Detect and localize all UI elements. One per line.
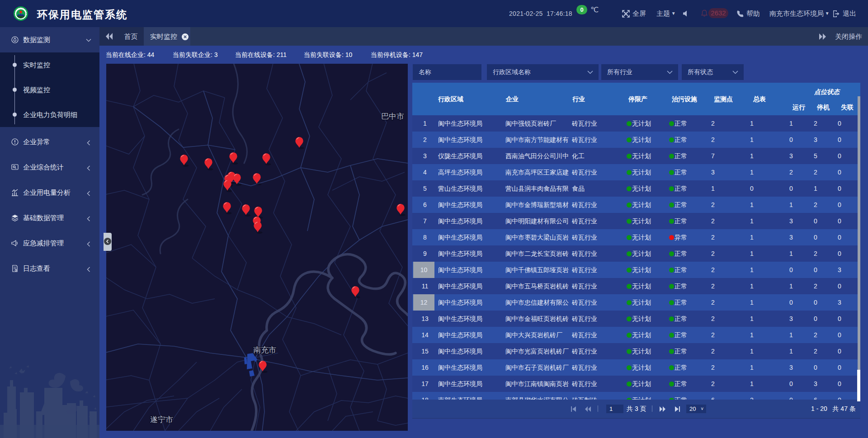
svg-text:巴中市: 巴中市 [381, 112, 404, 121]
svg-text:遂宁市: 遂宁市 [150, 415, 173, 424]
svg-text:南充市: 南充市 [253, 346, 276, 354]
